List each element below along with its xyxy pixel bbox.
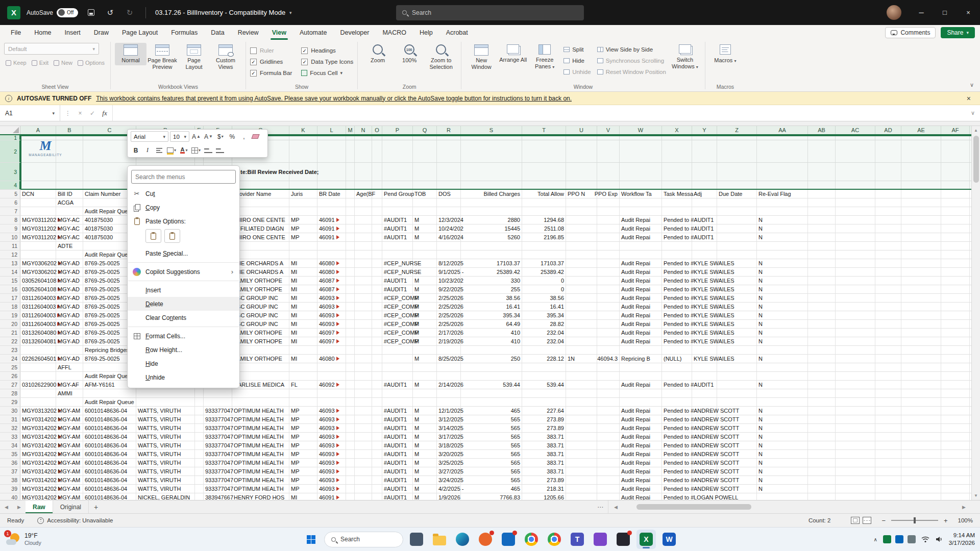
menu-search-input[interactable] xyxy=(135,173,232,181)
ribbon-tab-acrobat[interactable]: Acrobat xyxy=(439,27,475,40)
cell-Q5[interactable]: TOB xyxy=(413,190,437,198)
cell-AC36[interactable] xyxy=(836,459,875,467)
cell-O30[interactable] xyxy=(372,407,382,415)
checkbox-formula-bar[interactable]: ✓Formula Bar xyxy=(250,70,292,77)
cell-T38[interactable]: 273.89 xyxy=(522,476,566,484)
cell-Y38[interactable]: ANDREW SCOTT xyxy=(692,476,717,484)
row-header-29[interactable]: 29 xyxy=(0,398,20,406)
cell-O8[interactable] xyxy=(372,216,382,224)
cell-A4[interactable] xyxy=(20,181,56,189)
cell-Q20[interactable]: M xyxy=(413,320,437,328)
cell-O14[interactable] xyxy=(372,268,382,276)
cell-AA14[interactable]: N xyxy=(757,268,808,276)
page-break-shortcut-icon[interactable] xyxy=(863,517,871,524)
cell-AF34[interactable] xyxy=(941,441,970,449)
message-close-button[interactable]: × xyxy=(963,94,975,103)
cell-AA2[interactable] xyxy=(757,140,808,162)
cell-B36[interactable]: MGY-AM xyxy=(56,459,83,467)
cell-R40[interactable]: 1/9/2026 xyxy=(437,493,461,500)
cell-AB37[interactable] xyxy=(808,467,836,475)
cell-M35[interactable] xyxy=(346,450,355,458)
cell-N6[interactable] xyxy=(355,198,372,207)
cell-N16[interactable] xyxy=(355,285,372,293)
cell-V40[interactable] xyxy=(597,493,620,500)
cell-Q31[interactable]: M xyxy=(413,415,437,423)
cell-P18[interactable]: #CEP_COMP xyxy=(382,303,413,311)
cell-AF30[interactable] xyxy=(941,407,970,415)
cell-K26[interactable] xyxy=(289,372,317,380)
cell-Y26[interactable] xyxy=(692,372,717,380)
cell-W31[interactable]: Audit Repai xyxy=(620,415,662,423)
cell-S35[interactable]: 565 xyxy=(461,450,522,458)
cell-AF5[interactable] xyxy=(941,190,970,198)
cell-B24[interactable]: MGY-AD xyxy=(56,355,83,363)
cell-AA27[interactable]: N xyxy=(757,381,808,389)
undo-button[interactable]: ↺ xyxy=(104,6,117,19)
cell-A21[interactable]: 03132604080 xyxy=(20,329,56,337)
cell-AB36[interactable] xyxy=(808,459,836,467)
cell-G26[interactable] xyxy=(232,372,289,380)
cell-F39[interactable]: 933377047 xyxy=(204,485,232,493)
cell-X12[interactable] xyxy=(662,251,692,259)
cell-F36[interactable]: 933377047 xyxy=(204,459,232,467)
cell-K22[interactable]: MI xyxy=(289,337,317,345)
cell-S20[interactable]: 64.49 xyxy=(461,320,522,328)
cell-M7[interactable] xyxy=(346,207,355,215)
cell-O9[interactable] xyxy=(372,224,382,233)
column-header-Q[interactable]: Q xyxy=(413,126,437,134)
cell-R17[interactable]: 2/25/2026 xyxy=(437,294,461,302)
cell-K24[interactable]: MI xyxy=(289,355,317,363)
cell-AC11[interactable] xyxy=(836,242,875,250)
cell-Y30[interactable]: ANDREW SCOTT xyxy=(692,407,717,415)
cell-D29[interactable] xyxy=(136,398,195,406)
cell-X32[interactable]: Pended to # xyxy=(662,424,692,432)
cell-S11[interactable] xyxy=(461,242,522,250)
cell-Z28[interactable] xyxy=(717,389,757,397)
cell-AC6[interactable] xyxy=(836,198,875,207)
cell-W34[interactable]: Audit Repai xyxy=(620,441,662,449)
cell-AC39[interactable] xyxy=(836,485,875,493)
cell-U11[interactable] xyxy=(566,242,597,250)
cell-Q16[interactable]: M xyxy=(413,285,437,293)
zoom-level[interactable]: 100% xyxy=(958,517,973,523)
cell-AA21[interactable]: N xyxy=(757,329,808,337)
cell-AC30[interactable] xyxy=(836,407,875,415)
cell-B35[interactable]: MGY-AM xyxy=(56,450,83,458)
cell-K35[interactable]: MP xyxy=(289,450,317,458)
cell-V1[interactable] xyxy=(597,135,620,140)
cell-AD19[interactable] xyxy=(875,311,901,319)
cell-O35[interactable] xyxy=(372,450,382,458)
cell-M40[interactable] xyxy=(346,493,355,500)
zoom-slider[interactable] xyxy=(891,520,938,521)
cell-C38[interactable]: 60010148636-04 xyxy=(83,476,136,484)
cell-N33[interactable] xyxy=(355,433,372,441)
cell-W18[interactable]: Audit Repai xyxy=(620,303,662,311)
hide-button[interactable]: Hide xyxy=(564,55,591,66)
cell-U21[interactable] xyxy=(566,329,597,337)
cell-Q40[interactable]: M xyxy=(413,493,437,500)
ribbon-tab-developer[interactable]: Developer xyxy=(333,27,376,40)
cell-V22[interactable] xyxy=(597,337,620,345)
cell-AD14[interactable] xyxy=(875,268,901,276)
cell-R38[interactable]: 3/24/2025 xyxy=(437,476,461,484)
row-header-38[interactable]: 38 xyxy=(0,476,20,484)
cell-P8[interactable]: #AUDIT1 xyxy=(382,216,413,224)
cell-K6[interactable] xyxy=(289,198,317,207)
cell-B1[interactable] xyxy=(56,135,83,140)
cell-AB15[interactable] xyxy=(808,277,836,285)
cell-A39[interactable]: MGY0314202 xyxy=(20,485,56,493)
cell-X39[interactable]: Pended to # xyxy=(662,485,692,493)
cell-X13[interactable]: Pended to # xyxy=(662,259,692,267)
cell-B26[interactable] xyxy=(56,372,83,380)
cell-R8[interactable]: 12/3/2024 xyxy=(437,216,461,224)
scroll-down-icon[interactable]: ▼ xyxy=(972,491,980,500)
cell-U29[interactable] xyxy=(566,398,597,406)
cell-N34[interactable] xyxy=(355,441,372,449)
focus-cell-button[interactable]: Focus Cell ▾ xyxy=(301,70,353,76)
cell-Q10[interactable]: M xyxy=(413,233,437,241)
cell-X24[interactable]: (NULL) xyxy=(662,355,692,363)
horizontal-scroll-thumb[interactable] xyxy=(636,504,751,510)
column-header-AB[interactable]: AB xyxy=(808,126,836,134)
cell-S32[interactable]: 565 xyxy=(461,424,522,432)
cell-R20[interactable]: 2/25/2026 xyxy=(437,320,461,328)
